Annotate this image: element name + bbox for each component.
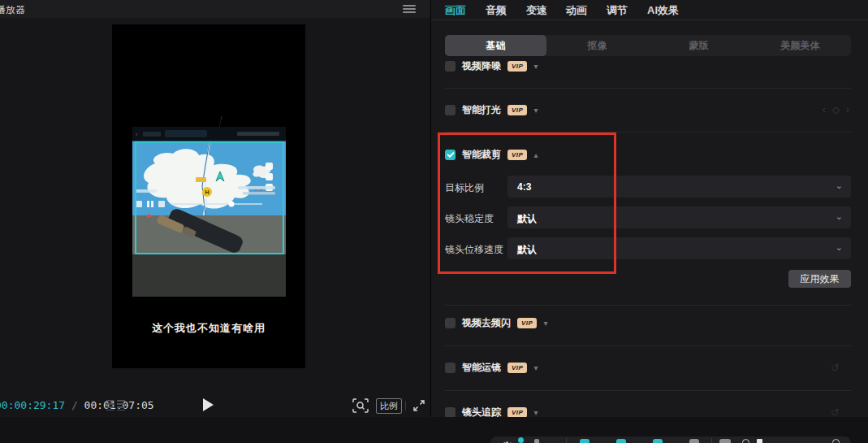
target-ratio-value: 4:3 bbox=[517, 181, 531, 193]
controls-divider bbox=[405, 401, 406, 410]
record-circle-icon[interactable] bbox=[742, 439, 749, 443]
crop-dim-overlay-bottom bbox=[132, 254, 286, 297]
pan-speed-select[interactable]: 默认 ⌄ bbox=[507, 237, 851, 259]
smart-crop-checkbox[interactable] bbox=[445, 150, 456, 160]
vip-badge: VIP bbox=[517, 318, 537, 328]
stop-square-icon[interactable] bbox=[757, 439, 762, 443]
caret-down-icon[interactable]: ▾ bbox=[533, 62, 538, 71]
pan-speed-value: 默认 bbox=[517, 243, 537, 257]
denoise-checkbox[interactable] bbox=[445, 61, 456, 72]
video-preview[interactable]: ‹ H bbox=[112, 24, 305, 368]
stability-label: 镜头稳定度 bbox=[445, 212, 494, 226]
timecode-current: 00:00:29:17 bbox=[0, 399, 65, 411]
tab-picture[interactable]: 画面 bbox=[445, 3, 466, 18]
feature-label: 智能打光 bbox=[462, 103, 501, 117]
caret-up-icon[interactable]: ▴ bbox=[533, 150, 538, 159]
subtab-basic[interactable]: 基础 bbox=[445, 35, 546, 56]
tab-speed[interactable]: 变速 bbox=[526, 3, 547, 18]
reset-icon[interactable]: ↺ bbox=[831, 362, 840, 374]
stability-select[interactable]: 默认 ⌄ bbox=[507, 206, 851, 228]
feature-label: 视频去频闪 bbox=[462, 316, 511, 330]
settings-scroll-area: 视频降噪 VIP ▾ 智能打光 VIP ▾ ‹ ◇ › 智能裁剪 V bbox=[445, 60, 851, 423]
effects-sparkle-icon[interactable] bbox=[616, 439, 626, 443]
vip-badge: VIP bbox=[507, 61, 527, 72]
tab-ai-effects[interactable]: AI效果 bbox=[647, 3, 679, 18]
timeline-area: + bbox=[0, 417, 868, 443]
timeline-toolbar: + bbox=[490, 436, 851, 443]
section-divider bbox=[445, 390, 851, 391]
crop-dim-overlay-top bbox=[132, 119, 286, 141]
play-button[interactable] bbox=[203, 398, 214, 411]
feature-label: 智能裁剪 bbox=[462, 148, 501, 162]
target-ratio-select[interactable]: 4:3 ⌄ bbox=[507, 176, 851, 198]
fullscreen-icon[interactable] bbox=[412, 398, 426, 413]
player-panel: 播放器 ‹ bbox=[0, 0, 430, 417]
toolbar-divider bbox=[566, 438, 567, 443]
video-subtitle: 这个我也不知道有啥用 bbox=[112, 321, 305, 336]
media-sticker-icon[interactable]: + bbox=[503, 439, 513, 443]
caret-down-icon[interactable]: ▾ bbox=[533, 106, 538, 115]
notification-dot bbox=[518, 437, 524, 443]
player-controls-bar: 00:00:29:17 / 00:01:07:05 比例 bbox=[0, 393, 430, 417]
tab-audio[interactable]: 音频 bbox=[486, 3, 507, 18]
ratio-button[interactable]: 比例 bbox=[376, 398, 402, 414]
track-split-icon[interactable] bbox=[689, 439, 699, 443]
feature-row-smart-crop: 智能裁剪 VIP ▴ bbox=[445, 145, 851, 163]
subtitle-list-icon[interactable] bbox=[106, 400, 126, 410]
caret-down-icon[interactable]: ▾ bbox=[533, 408, 538, 417]
feature-row-denoise: 视频降噪 VIP ▾ bbox=[445, 60, 851, 75]
target-ratio-label: 目标比例 bbox=[445, 181, 484, 195]
toolbar-divider bbox=[711, 438, 712, 443]
next-preset-icon[interactable]: › bbox=[846, 104, 849, 115]
timer-clock-icon[interactable] bbox=[832, 439, 840, 443]
relight-checkbox[interactable] bbox=[445, 105, 456, 115]
timecode-separator: / bbox=[65, 399, 84, 411]
tab-animation[interactable]: 动画 bbox=[566, 3, 587, 18]
smart-camera-checkbox[interactable] bbox=[445, 363, 456, 373]
preset-nav: ‹ ◇ › bbox=[823, 104, 849, 115]
caret-down-icon[interactable]: ▾ bbox=[543, 319, 547, 328]
vip-badge: VIP bbox=[507, 363, 527, 373]
section-divider bbox=[445, 345, 851, 346]
smart-crop-selection-box[interactable] bbox=[135, 141, 284, 254]
preset-diamond-icon[interactable]: ◇ bbox=[832, 104, 840, 115]
player-panel-title: 播放器 bbox=[0, 3, 25, 17]
subtab-beauty[interactable]: 美颜美体 bbox=[749, 35, 851, 56]
player-menu-icon[interactable] bbox=[403, 5, 416, 13]
target-ratio-row: 目标比例 4:3 ⌄ bbox=[445, 176, 851, 198]
feature-row-smart-camera: 智能运镜 VIP ▾ ↺ bbox=[445, 358, 851, 376]
vip-badge: VIP bbox=[507, 150, 527, 160]
subtab-cutout[interactable]: 抠像 bbox=[546, 35, 648, 56]
tracking-checkbox[interactable] bbox=[445, 407, 456, 418]
tab-adjust[interactable]: 调节 bbox=[607, 3, 628, 18]
settings-tabbar: 画面 音频 变速 动画 调节 AI效果 bbox=[431, 0, 868, 20]
section-divider bbox=[445, 88, 851, 89]
apply-effect-button[interactable]: 应用效果 bbox=[788, 270, 851, 288]
capcut-editor-window: 播放器 ‹ bbox=[0, 0, 868, 443]
settings-subtabs: 基础 抠像 蒙版 美颜美体 bbox=[445, 35, 851, 56]
feature-label: 智能运镜 bbox=[462, 361, 501, 375]
split-icon[interactable] bbox=[580, 439, 589, 443]
settings-panel: 画面 音频 变速 动画 调节 AI效果 基础 抠像 蒙版 美颜美体 视频降噪 V… bbox=[431, 0, 868, 432]
feature-label: 视频降噪 bbox=[462, 60, 501, 73]
chevron-down-icon: ⌄ bbox=[836, 180, 843, 191]
stability-value: 默认 bbox=[517, 212, 537, 226]
audio-record-icon[interactable] bbox=[534, 439, 539, 443]
timecode: 00:00:29:17 / 00:01:07:05 bbox=[0, 399, 154, 411]
section-divider bbox=[445, 132, 851, 132]
feature-row-deflicker: 视频去频闪 VIP ▾ bbox=[445, 314, 851, 332]
deflicker-checkbox[interactable] bbox=[445, 318, 456, 328]
vip-badge: VIP bbox=[507, 105, 527, 115]
caret-down-icon[interactable]: ▾ bbox=[533, 363, 538, 372]
pan-speed-label: 镜头位移速度 bbox=[445, 243, 503, 257]
chevron-down-icon: ⌄ bbox=[836, 211, 843, 222]
chevron-down-icon: ⌄ bbox=[836, 242, 843, 253]
ruler-icon[interactable] bbox=[719, 439, 731, 443]
preview-quality-icon[interactable] bbox=[352, 398, 369, 413]
prev-preset-icon[interactable]: ‹ bbox=[823, 104, 826, 115]
speed-curve-icon[interactable] bbox=[653, 439, 663, 443]
subtab-mask[interactable]: 蒙版 bbox=[648, 35, 749, 56]
pan-speed-row: 镜头位移速度 默认 ⌄ bbox=[445, 237, 851, 259]
feature-row-relight: 智能打光 VIP ▾ ‹ ◇ › bbox=[445, 101, 851, 119]
player-stage: ‹ H bbox=[0, 18, 430, 393]
